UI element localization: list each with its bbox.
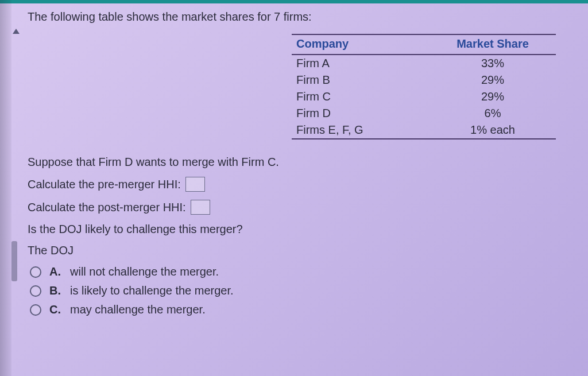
table-row: Firm B 29% <box>292 72 556 88</box>
scroll-up-arrow-icon[interactable] <box>13 29 20 34</box>
table-row: Firm C 29% <box>292 88 556 105</box>
pre-merger-hhi-input[interactable] <box>185 177 205 192</box>
table-row: Firm D 6% <box>292 105 556 122</box>
cell-company: Firm C <box>292 88 430 105</box>
option-a[interactable]: A. will not challenge the merger. <box>30 265 572 278</box>
window-top-accent <box>0 0 588 3</box>
option-letter: C. <box>49 303 62 316</box>
option-text: will not challenge the merger. <box>70 265 219 278</box>
cell-share: 29% <box>430 88 556 105</box>
question-body: The following table shows the market sha… <box>0 0 588 332</box>
intro-text: The following table shows the market sha… <box>28 10 572 24</box>
pre-merger-row: Calculate the pre-merger HHI: <box>28 177 572 192</box>
cell-share: 29% <box>430 72 556 88</box>
radio-icon[interactable] <box>30 266 41 278</box>
post-merger-hhi-input[interactable] <box>191 200 210 215</box>
scrollbar-thumb[interactable] <box>11 241 17 281</box>
col-header-company: Company <box>292 34 430 55</box>
cell-company: Firm D <box>292 105 430 122</box>
pre-merger-label: Calculate the pre-merger HHI: <box>28 178 181 191</box>
multiple-choice: A. will not challenge the merger. B. is … <box>28 265 572 316</box>
option-text: is likely to challenge the merger. <box>70 284 234 297</box>
radio-icon[interactable] <box>30 304 41 316</box>
option-letter: B. <box>49 284 62 297</box>
radio-icon[interactable] <box>30 285 41 297</box>
left-gutter <box>0 0 11 376</box>
cell-share: 6% <box>430 105 556 122</box>
cell-company: Firms E, F, G <box>292 122 430 139</box>
doj-question: Is the DOJ likely to challenge this merg… <box>28 223 572 236</box>
cell-company: Firm B <box>292 72 430 88</box>
option-b[interactable]: B. is likely to challenge the merger. <box>30 284 572 297</box>
cell-share: 33% <box>430 55 556 72</box>
post-merger-row: Calculate the post-merger HHI: <box>28 200 572 215</box>
option-letter: A. <box>49 265 62 278</box>
option-text: may challenge the merger. <box>70 303 206 316</box>
market-share-table: Company Market Share Firm A 33% Firm B 2… <box>292 34 572 139</box>
cell-company: Firm A <box>292 55 430 72</box>
table-row: Firm A 33% <box>292 55 556 72</box>
suppose-text: Suppose that Firm D wants to merge with … <box>28 156 572 169</box>
col-header-share: Market Share <box>430 34 556 55</box>
table-row: Firms E, F, G 1% each <box>292 122 556 139</box>
option-c[interactable]: C. may challenge the merger. <box>30 303 572 316</box>
doj-stem: The DOJ <box>28 244 572 257</box>
post-merger-label: Calculate the post-merger HHI: <box>28 201 186 214</box>
cell-share: 1% each <box>430 122 556 139</box>
